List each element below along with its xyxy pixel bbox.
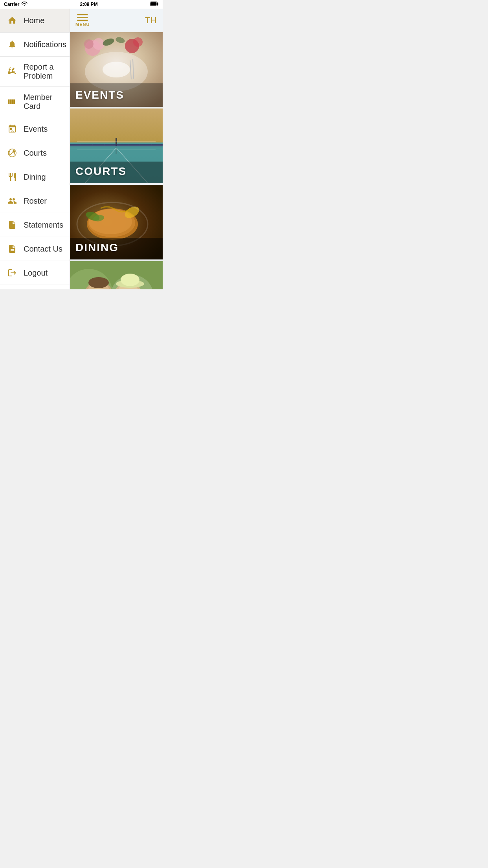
menu-label: MENU — [75, 22, 90, 27]
home-icon — [6, 15, 18, 26]
menu-button[interactable]: MENU — [75, 14, 90, 27]
sidebar-item-notifications[interactable]: Notifications — [0, 33, 70, 57]
wrench-icon — [6, 66, 18, 77]
document-icon — [6, 219, 18, 231]
tile-roster[interactable]: ROSTER — [70, 261, 163, 289]
sidebar-item-courts[interactable]: Courts — [0, 141, 70, 165]
carrier-label: Carrier — [4, 2, 19, 7]
svg-text:30: 30 — [11, 129, 14, 132]
svg-rect-2 — [151, 2, 157, 6]
svg-point-55 — [121, 274, 139, 286]
sidebar-item-logout-label: Logout — [24, 268, 48, 278]
right-panel: MENU TH — [70, 9, 163, 289]
tile-courts-label: COURTS — [75, 165, 127, 178]
svg-point-12 — [84, 39, 94, 49]
time-label: 2:09 PM — [80, 2, 98, 7]
svg-point-14 — [133, 37, 143, 47]
tile-events[interactable]: EVENTS — [70, 32, 163, 107]
tennis-icon — [6, 147, 18, 159]
file-icon — [6, 243, 18, 255]
battery-icon — [150, 2, 159, 7]
sidebar-item-statements[interactable]: Statements — [0, 213, 70, 237]
sidebar-item-home[interactable]: Home — [0, 9, 70, 33]
tile-dining-label: DINING — [75, 241, 119, 254]
svg-rect-1 — [158, 3, 159, 5]
sidebar-item-roster[interactable]: Roster — [0, 189, 70, 213]
barcode-icon — [6, 96, 18, 108]
sidebar-item-report-problem[interactable]: Report a Problem — [0, 57, 70, 87]
header-title: TH — [145, 15, 157, 26]
sidebar: Home Notifications Report a Problem — [0, 9, 70, 289]
sidebar-item-home-label: Home — [24, 16, 44, 25]
sidebar-item-contact-us-label: Contact Us — [24, 245, 62, 254]
menu-line-2 — [77, 17, 88, 18]
tile-dining[interactable]: DINING — [70, 185, 163, 259]
sidebar-item-contact-us[interactable]: Contact Us — [0, 237, 70, 261]
menu-line-3 — [77, 20, 88, 21]
sidebar-item-member-card[interactable]: Member Card — [0, 87, 70, 117]
status-bar: Carrier 2:09 PM — [0, 0, 163, 9]
sidebar-item-dining[interactable]: Dining — [0, 165, 70, 189]
sidebar-item-statements-label: Statements — [24, 221, 63, 230]
menu-line-1 — [77, 14, 88, 15]
sidebar-item-roster-label: Roster — [24, 197, 47, 206]
sidebar-item-member-card-label: Member Card — [24, 93, 63, 111]
svg-line-6 — [10, 153, 13, 156]
svg-point-9 — [103, 62, 130, 77]
fork-knife-icon — [6, 171, 18, 183]
svg-point-51 — [88, 277, 109, 288]
sidebar-item-dining-label: Dining — [24, 173, 46, 182]
wifi-icon — [21, 2, 28, 7]
exit-icon — [6, 267, 18, 279]
svg-point-11 — [93, 38, 105, 50]
tile-courts[interactable]: COURTS — [70, 108, 163, 183]
svg-point-5 — [13, 150, 15, 153]
sidebar-item-report-problem-label: Report a Problem — [24, 63, 63, 81]
menu-header: MENU TH — [70, 9, 163, 32]
sidebar-item-events-label: Events — [24, 125, 48, 134]
bell-icon — [6, 39, 18, 50]
sidebar-item-logout[interactable]: Logout — [0, 261, 70, 285]
person-icon — [6, 195, 18, 207]
sidebar-item-courts-label: Courts — [24, 149, 47, 158]
calendar-icon: 30 — [6, 123, 18, 135]
sidebar-item-notifications-label: Notifications — [24, 40, 66, 49]
tile-events-label: EVENTS — [75, 89, 124, 101]
sidebar-item-events[interactable]: 30 Events — [0, 117, 70, 141]
